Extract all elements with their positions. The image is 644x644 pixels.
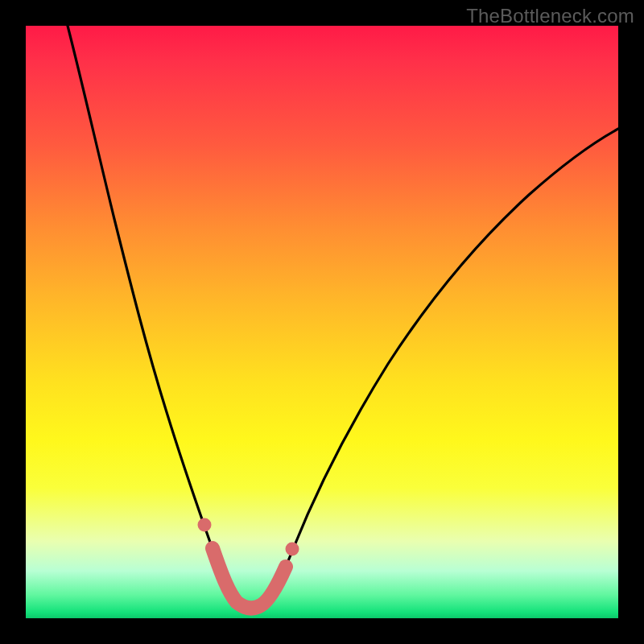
highlight-segment (198, 518, 299, 609)
svg-point-0 (198, 518, 212, 532)
bottleneck-curve (68, 26, 618, 608)
plot-area (26, 26, 618, 618)
watermark-text: TheBottleneck.com (466, 5, 634, 27)
chart-frame: TheBottleneck.com (0, 0, 644, 644)
curve-layer (26, 26, 618, 618)
svg-point-1 (286, 543, 299, 556)
